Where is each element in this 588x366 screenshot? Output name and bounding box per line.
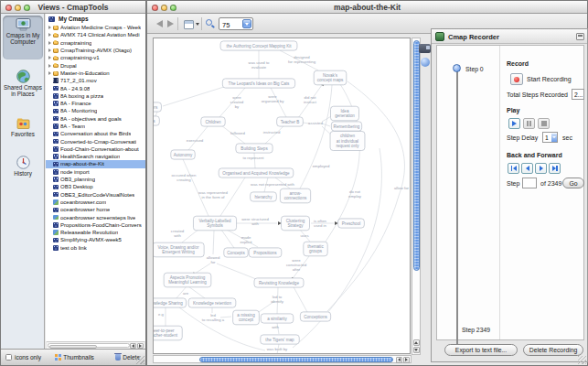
scroll-left-button[interactable] (396, 357, 402, 363)
dropdown-button[interactable] (551, 134, 557, 142)
delete-recording-button[interactable]: Delete Recording (523, 344, 583, 356)
map-node-label: Conceptions (304, 315, 327, 319)
list-item[interactable]: Releaseable Revolution (46, 229, 145, 236)
disclosure-triangle-icon[interactable] (48, 48, 51, 52)
map-node-label: connections (284, 196, 307, 200)
timeline-slider-handle[interactable] (453, 64, 461, 72)
resize-grip[interactable] (578, 356, 586, 364)
list-item[interactable]: Food-Chain-Conversation-about (46, 145, 145, 153)
collapse-panel-button[interactable] (576, 33, 584, 40)
scroll-up-button[interactable] (413, 339, 420, 346)
list-item[interactable]: cmaptraining-v1 (46, 54, 145, 61)
link-label: assisted (308, 121, 323, 125)
list-item[interactable]: test ob link (46, 244, 145, 252)
sidebar-item-history[interactable]: History (3, 153, 43, 180)
list-item[interactable]: cmaptraining (46, 39, 145, 47)
list-item[interactable]: oceanbrowser screensteps live (46, 213, 145, 221)
list-item[interactable]: 8A - Finance (46, 100, 145, 107)
list-item[interactable]: Drupal (46, 61, 145, 69)
disclosure-triangle-icon[interactable] (48, 41, 51, 45)
step-number-input[interactable] (522, 178, 537, 188)
map-edge (217, 264, 256, 279)
step-back-button[interactable] (521, 163, 533, 174)
recorder-title: Cmap Recorder (448, 33, 499, 41)
link-label: exercised (187, 138, 204, 143)
list-item[interactable]: Converted-to-Cmap-Conversati (46, 137, 145, 145)
sidebar-item-shared-cmaps[interactable]: Shared Cmaps in Places (3, 67, 43, 105)
views-titlebar[interactable]: Views - CmapTools (1, 1, 145, 14)
list-item[interactable]: 8A boxing a pizza (46, 92, 145, 100)
disclosure-triangle-icon[interactable] (48, 33, 51, 37)
sidebar-item-cmaps-in-my-computer[interactable]: Cmaps in My Computer (3, 16, 43, 59)
map-node-label: concept (239, 318, 254, 322)
pause-button[interactable] (523, 118, 535, 129)
scroll-right-button[interactable] (403, 357, 410, 363)
list-item[interactable]: node import (46, 168, 145, 176)
list-item-label: 8A boxing a pizza (60, 93, 103, 99)
list-horizontal-scrollbar[interactable] (47, 341, 144, 349)
list-root[interactable]: My Cmaps (46, 14, 145, 24)
zoom-dropdown-button[interactable] (242, 19, 251, 28)
list-item[interactable]: Propositions-FoodChain-Convers (46, 221, 145, 229)
list-item[interactable]: Conversation about the Birds (46, 130, 145, 137)
link-label: organized by (262, 99, 284, 103)
list-item[interactable]: 8A - 24.9.08 (46, 84, 145, 92)
list-item[interactable]: Simplifying-AVMX-week5 (46, 236, 145, 243)
concept-map[interactable]: was used toevaluatedesignedfor represent… (154, 38, 411, 354)
delete-button[interactable]: Delete (108, 354, 140, 361)
scrollbar-track[interactable] (48, 343, 130, 348)
recorder-header[interactable]: Cmap Recorder (432, 29, 587, 44)
sidebar-item-favorites[interactable]: Favorites (3, 114, 43, 142)
stop-button[interactable] (538, 118, 550, 129)
play-button[interactable] (508, 118, 520, 129)
list-item[interactable]: OB3_planning (46, 176, 145, 183)
forward-arrow-button[interactable] (167, 20, 174, 27)
map-titlebar[interactable]: map-about-the-Kit (147, 1, 587, 14)
list-item[interactable]: OB3 Desktop (46, 183, 145, 190)
list-item[interactable]: 8A - Team (46, 123, 145, 130)
list-item[interactable]: HealthSearch navigation (46, 153, 145, 160)
timeline-track[interactable] (456, 70, 458, 350)
back-arrow-button[interactable] (156, 20, 163, 27)
disclosure-triangle-icon[interactable] (48, 64, 51, 68)
thumbnails-button[interactable]: Thumbnails (55, 354, 94, 361)
presentation-sphere-icon[interactable] (421, 58, 430, 67)
go-button[interactable]: Go (562, 178, 584, 188)
scroll-down-button[interactable] (413, 347, 420, 353)
cmap-list-pane: My Cmaps Aviation Medicine Cmaps - WeekA… (46, 14, 145, 341)
map-vertical-scrollbar[interactable] (412, 38, 421, 355)
icons-only-checkbox[interactable] (5, 354, 12, 361)
list-item[interactable]: 8A - Monitoring (46, 107, 145, 114)
style-palette-button[interactable] (184, 18, 200, 30)
disclosure-triangle-icon[interactable] (48, 71, 51, 75)
list-item[interactable]: Aviation Medicine Cmaps - Week (46, 24, 145, 31)
resize-grip[interactable] (136, 356, 144, 364)
list-item[interactable]: OBE3_EditorCodeVisualNotes (46, 191, 145, 199)
step-forward-button[interactable] (535, 163, 547, 174)
start-recording-button[interactable] (510, 73, 523, 85)
map-edge (213, 231, 214, 254)
last-step-button[interactable] (549, 163, 561, 174)
scrollbar-thumb[interactable] (413, 40, 420, 271)
recorder-camera-icon[interactable] (419, 44, 431, 53)
export-text-button[interactable]: Export to text file... (444, 344, 518, 356)
zoom-level-combobox[interactable]: 75 (219, 17, 253, 30)
disclosure-triangle-icon[interactable] (48, 26, 51, 29)
list-item[interactable]: oceanbrowser home (46, 206, 145, 213)
disclosure-triangle-icon[interactable] (48, 56, 51, 59)
map-node-label: Knowledge Sharing (154, 301, 183, 306)
map-node-label: Emergent Writing (162, 250, 195, 254)
concept-map-canvas[interactable]: was used toevaluatedesignedfor represent… (153, 38, 411, 354)
first-step-button[interactable] (508, 163, 519, 174)
list-item[interactable]: AVMX 714 Clinical Aviation Medi (46, 31, 145, 38)
list-item[interactable]: CmapTraining-AVMX (Otago) (46, 47, 145, 54)
list-item[interactable]: 717_2_01.mov (46, 77, 145, 84)
list-item[interactable]: Master-in-Education (46, 70, 145, 77)
list-item[interactable]: 8A - objectives and goals (46, 115, 145, 123)
scrollbar-thumb[interactable] (199, 357, 393, 362)
map-horizontal-scrollbar[interactable] (153, 355, 412, 363)
list-item[interactable]: oceanbrowser.com (46, 199, 145, 206)
step-delay-combobox[interactable]: 1 (542, 132, 558, 143)
list-item[interactable]: map-about-the-Kit (46, 160, 145, 167)
folder-icon (53, 26, 59, 30)
